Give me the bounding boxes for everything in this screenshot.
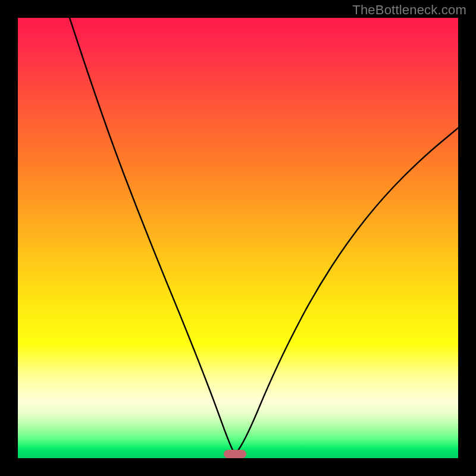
watermark-text: TheBottleneck.com bbox=[352, 2, 466, 18]
left-curve bbox=[70, 18, 234, 452]
valley-marker bbox=[224, 450, 246, 458]
chart-container: TheBottleneck.com bbox=[0, 0, 476, 476]
curves-svg bbox=[18, 18, 458, 458]
plot-area bbox=[18, 18, 458, 458]
right-curve bbox=[237, 128, 458, 452]
